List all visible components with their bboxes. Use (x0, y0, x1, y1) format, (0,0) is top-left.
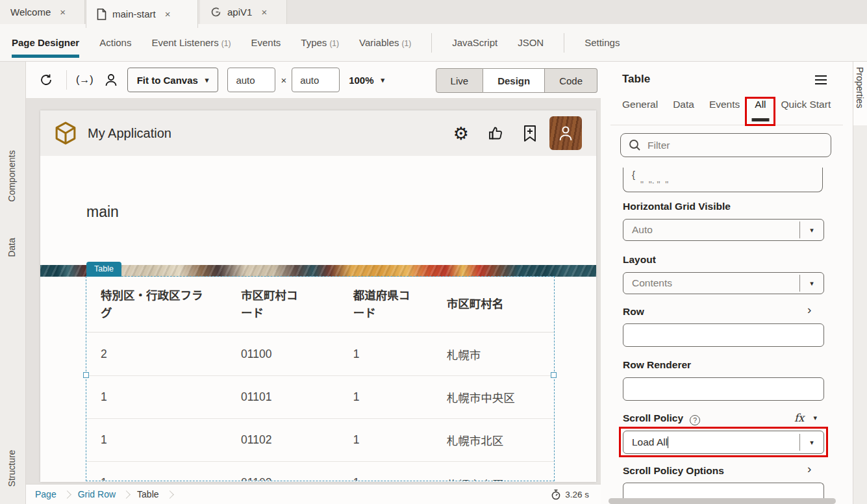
breadcrumb-bar: Page Grid Row Table 3.26 s (26, 484, 601, 504)
horizontal-scrollbar[interactable] (609, 498, 836, 504)
canvas-height-input[interactable] (292, 68, 340, 92)
properties-tabs: General Data Events All Quick Start (622, 99, 831, 120)
close-icon[interactable]: × (165, 8, 171, 19)
properties-panel: Table General Data Events All Quick Star… (601, 62, 853, 504)
mode-live-button[interactable]: Live (436, 68, 484, 93)
chevron-down-icon: ▾ (381, 76, 385, 84)
selection-handle-right[interactable] (551, 372, 557, 378)
props-tab-data[interactable]: Data (673, 99, 694, 120)
row-renderer-input[interactable] (623, 377, 824, 401)
editor-menu-bar: Page Designer Actions Event Listeners(1)… (0, 24, 867, 62)
menu-page-designer[interactable]: Page Designer (12, 25, 79, 60)
chevron-down-icon: ▾ (205, 76, 209, 84)
app-title: My Application (88, 126, 171, 141)
app-header: My Application ⚙ (40, 110, 596, 156)
breadcrumb-table: Table (137, 489, 158, 499)
field-label-scroll-policy: Scroll Policy? (623, 412, 700, 425)
app-page-preview[interactable]: My Application ⚙ main Table 特別区・行政区フラグ 市… (40, 110, 596, 482)
tab-apiv1[interactable]: apiV1 × (200, 0, 287, 24)
menu-settings[interactable]: Settings (584, 25, 620, 60)
refresh-icon[interactable] (39, 73, 53, 87)
mode-design-button[interactable]: Design (483, 68, 545, 93)
row-input[interactable] (623, 323, 824, 347)
decorative-banner-image (40, 265, 596, 277)
layout-select[interactable]: Contents ▾ (623, 272, 824, 294)
filter-search-box[interactable] (620, 133, 831, 157)
menu-actions[interactable]: Actions (99, 25, 131, 60)
mode-code-button[interactable]: Code (545, 68, 597, 93)
rail-tab-data[interactable]: Data (6, 202, 19, 293)
settings-gear-icon[interactable]: ⚙ (453, 123, 469, 144)
tabs-divider (610, 125, 843, 125)
breadcrumb-page[interactable]: Page (35, 489, 57, 499)
tab-main-start-label: main-start (112, 8, 156, 19)
table-row-clipped[interactable]: 1 01103 1 札幌市東区 (86, 461, 554, 481)
menu-event-listeners[interactable]: Event Listeners(1) (151, 25, 231, 60)
props-tab-quick-start[interactable]: Quick Start (781, 99, 831, 120)
right-rail: Properties (853, 62, 867, 504)
tab-welcome[interactable]: Welcome × (0, 0, 85, 24)
zoom-level-dropdown[interactable]: 100% ▾ (349, 75, 384, 86)
thumbs-up-icon[interactable] (487, 125, 504, 142)
app-header-icons: ⚙ (453, 110, 538, 156)
live-expression-icon[interactable]: (→) (76, 74, 94, 86)
breadcrumb-chevron-icon (166, 490, 174, 499)
selection-handle-left[interactable] (83, 372, 89, 378)
service-connection-icon (210, 6, 221, 18)
field-label-layout: Layout (623, 254, 656, 266)
tab-main-start[interactable]: main-start × (86, 0, 198, 28)
field-label-horizontal-grid-visible: Horizontal Grid Visible (623, 201, 731, 212)
properties-panel-title: Table (622, 73, 650, 86)
table-row[interactable]: 1 01101 1 札幌市中央区 (86, 375, 554, 418)
app-cube-icon (55, 121, 77, 145)
panel-menu-icon[interactable] (815, 75, 827, 84)
render-time: 3.26 s (551, 489, 589, 500)
fx-expression-chooser[interactable]: fx ▾ (794, 412, 817, 424)
mode-switcher: Live Design Code (436, 68, 597, 93)
close-icon[interactable]: × (261, 6, 267, 18)
bookmark-plus-icon[interactable] (522, 125, 538, 142)
scroll-policy-options-chevron-icon[interactable]: › (807, 462, 811, 476)
canvas-width-input[interactable] (227, 68, 275, 92)
column-header[interactable]: 都道府県コード (339, 287, 433, 321)
persona-icon[interactable] (104, 73, 118, 87)
fit-to-canvas-dropdown[interactable]: Fit to Canvas ▾ (127, 68, 219, 92)
menu-separator (431, 33, 432, 53)
clipped-json-field[interactable]: { "..": ".." (623, 168, 823, 192)
column-header[interactable]: 市区町村コード (227, 287, 339, 321)
rail-tab-properties[interactable]: Properties (855, 67, 865, 108)
event-listeners-count: (1) (221, 39, 231, 48)
page-title: main (86, 203, 119, 221)
help-icon[interactable]: ? (690, 415, 700, 425)
menu-variables[interactable]: Variables(1) (359, 25, 411, 60)
rail-tab-structure[interactable]: Structure (6, 423, 19, 504)
annotation-box-scroll-policy (619, 427, 828, 457)
horizontal-grid-visible-select[interactable]: Auto ▾ (623, 219, 824, 241)
breadcrumb-grid-row[interactable]: Grid Row (78, 489, 116, 499)
close-icon[interactable]: × (60, 6, 66, 18)
field-label-row-renderer: Row Renderer (623, 359, 691, 371)
props-tab-general[interactable]: General (622, 99, 658, 120)
table-row[interactable]: 1 01102 1 札幌市北区 (86, 418, 554, 461)
menu-javascript[interactable]: JavaScript (452, 25, 497, 60)
window-tab-bar: Welcome × main-start × apiV1 × (0, 0, 867, 24)
times-label: × (281, 75, 286, 86)
props-tab-events[interactable]: Events (709, 99, 740, 120)
filter-input[interactable] (647, 140, 810, 151)
column-header[interactable]: 市区町村名 (433, 296, 554, 312)
menu-separator (564, 33, 564, 53)
menu-events[interactable]: Events (251, 25, 281, 60)
menu-types[interactable]: Types(1) (301, 25, 339, 60)
row-expand-chevron-icon[interactable]: › (807, 303, 811, 317)
column-header[interactable]: 特別区・行政区フラグ (86, 287, 227, 321)
field-label-scroll-policy-options: Scroll Policy Options (623, 465, 724, 477)
field-label-row: Row (623, 306, 644, 318)
designer-toolbar: (→) Fit to Canvas ▾ × 100% ▾ Live Design… (26, 62, 601, 99)
table-component[interactable]: 特別区・行政区フラグ 市区町村コード 都道府県コード 市区町村名 2 01100… (86, 277, 554, 481)
user-avatar[interactable] (549, 116, 582, 150)
table-row[interactable]: 2 01100 1 札幌市 (86, 333, 554, 375)
component-badge[interactable]: Table (86, 262, 121, 277)
menu-json[interactable]: JSON (518, 25, 544, 60)
chevron-down-icon: ▾ (813, 414, 817, 422)
chevron-down-icon: ▾ (800, 226, 823, 234)
